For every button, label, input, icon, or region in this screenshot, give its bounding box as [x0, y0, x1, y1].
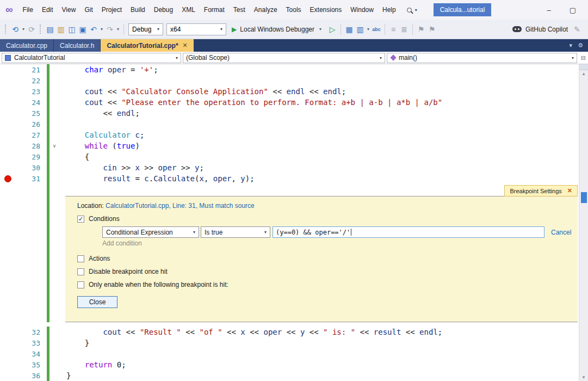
menu-analyze[interactable]: Analyze [250, 3, 282, 16]
window-icon[interactable]: ▦ [344, 23, 355, 36]
breakpoint-gutter[interactable] [0, 75, 15, 86]
code-text[interactable]: << endl; [59, 109, 140, 118]
navigate-back-icon[interactable]: ⟲ [10, 23, 21, 36]
actions-checkbox[interactable] [77, 255, 84, 262]
menu-extensions[interactable]: Extensions [306, 3, 346, 16]
breakpoint-dot[interactable] [4, 175, 11, 182]
edit-icon[interactable]: ✎ [572, 23, 583, 36]
breakpoint-gutter[interactable] [0, 86, 15, 97]
scrollbar-splitter-handle[interactable] [579, 64, 588, 70]
condition-expression-input[interactable]: (y==0) && oper=='/' [273, 226, 544, 238]
split-editor-icon[interactable]: ⊟ [580, 54, 587, 62]
code-text[interactable]: cout << "Result " << "of " << x << oper … [59, 328, 442, 336]
minimize-button[interactable]: – [537, 4, 561, 16]
bookmark-list-icon[interactable]: ⚑ [426, 23, 437, 36]
code-line-35[interactable]: 35 return 0; [0, 359, 579, 370]
breakpoint-gutter[interactable] [0, 119, 15, 130]
toolbar-grip[interactable] [5, 24, 7, 34]
breakpoint-gutter[interactable] [0, 64, 15, 75]
code-line-23[interactable]: 23 cout << "Calculator Console Applicati… [0, 86, 579, 97]
code-text[interactable]: while (true) [59, 142, 140, 150]
code-line-36[interactable]: 36} [0, 370, 579, 381]
spell-check-icon[interactable]: abc [371, 23, 382, 36]
code-editor[interactable]: 21 char oper = '+';2223 cout << "Calcula… [0, 64, 588, 381]
search-box[interactable]: ▾ [407, 8, 417, 13]
maximize-button[interactable]: ▢ [561, 4, 585, 16]
code-text[interactable]: cout << "Calculator Console Application"… [59, 87, 346, 96]
code-text[interactable]: cout << "Please enter the operation to p… [59, 98, 442, 107]
breakpoint-gutter[interactable] [0, 370, 15, 381]
breakpoint-gutter[interactable] [0, 130, 15, 140]
tab-calculator-cpp[interactable]: Calculator.cpp [0, 39, 53, 52]
undo-icon[interactable]: ↶ [88, 23, 99, 36]
code-line-34[interactable]: 34 [0, 348, 579, 359]
close-button[interactable]: Close [77, 296, 117, 308]
code-text[interactable]: return 0; [59, 360, 126, 369]
start-without-debugging-icon[interactable]: ▷ [327, 23, 338, 36]
bookmark-icon[interactable]: ⚑ [416, 23, 426, 36]
code-text[interactable]: } [59, 371, 71, 380]
code-text[interactable]: } [59, 339, 89, 347]
tabstrip-gear-icon[interactable]: ⚙ [578, 42, 583, 49]
tab-close-icon[interactable]: ✕ [183, 42, 188, 49]
fold-collapse-icon[interactable]: ∨ [49, 143, 59, 149]
save-icon[interactable]: ◫ [66, 23, 77, 36]
code-line-33[interactable]: 33 } [0, 337, 579, 348]
code-line-21[interactable]: 21 char oper = '+'; [0, 64, 579, 75]
menu-debug[interactable]: Debug [150, 3, 177, 16]
github-copilot-button[interactable]: GitHub Copilot [525, 26, 568, 33]
code-text[interactable]: char oper = '+'; [59, 65, 158, 74]
tab-calculatortutorial-cpp[interactable]: CalculatorTutorial.cpp*✕ [101, 39, 193, 52]
menu-edit[interactable]: Edit [38, 3, 58, 16]
scope-dropdown[interactable]: (Global Scope) ▾ [183, 53, 385, 63]
location-value[interactable]: CalculatorTutorial.cpp, Line: 31, Must m… [106, 202, 255, 210]
breakpoint-gutter[interactable] [0, 173, 15, 184]
tab-calculator-h[interactable]: Calculator.h [54, 39, 100, 52]
code-line-25[interactable]: 25 << endl; [0, 108, 579, 119]
toolbar-grip[interactable] [40, 24, 42, 34]
breakpoint-gutter[interactable] [0, 108, 15, 119]
code-text[interactable]: result = c.Calculate(x, oper, y); [59, 174, 255, 183]
member-dropdown[interactable]: main() ▾ [387, 53, 577, 63]
new-file-icon[interactable]: ▤ [45, 23, 55, 36]
code-line-22[interactable]: 22 [0, 75, 579, 86]
redo-dropdown-icon[interactable]: ▾ [115, 27, 121, 32]
menu-help[interactable]: Help [378, 3, 400, 16]
peek-close-icon[interactable]: ✕ [567, 187, 572, 194]
code-line-29[interactable]: 29 { [0, 151, 579, 162]
undo-dropdown-icon[interactable]: ▾ [99, 27, 104, 32]
layout-icon[interactable]: ▥ [355, 23, 366, 36]
menu-window[interactable]: Window [346, 3, 378, 16]
breakpoint-gutter[interactable] [0, 151, 15, 162]
scrollbar-thumb[interactable] [581, 192, 587, 203]
layout-dropdown-icon[interactable]: ▾ [366, 27, 371, 32]
redo-icon[interactable]: ↷ [104, 23, 115, 36]
code-line-24[interactable]: 24 cout << "Please enter the operation t… [0, 97, 579, 108]
scroll-up-icon[interactable]: ▴ [579, 70, 588, 77]
code-line-31[interactable]: 31 result = c.Calculate(x, oper, y); [0, 173, 579, 184]
menu-tools[interactable]: Tools [282, 3, 306, 16]
menu-view[interactable]: View [58, 3, 81, 16]
start-debugging-button[interactable]: ▶ Local Windows Debugger ▾ [228, 22, 327, 36]
add-condition-link[interactable]: Add condition [102, 239, 578, 247]
menu-xml[interactable]: XML [177, 3, 200, 16]
code-line-27[interactable]: 27 Calculator c; [0, 130, 579, 140]
code-line-26[interactable]: 26 [0, 119, 579, 130]
navigate-back-dropdown-icon[interactable]: ▾ [21, 27, 26, 32]
menu-project[interactable]: Project [97, 3, 126, 16]
menu-file[interactable]: File [18, 3, 38, 16]
code-line-32[interactable]: 32 cout << "Result " << "of " << x << op… [0, 327, 579, 337]
menu-test[interactable]: Test [229, 3, 250, 16]
solution-platform-dropdown[interactable]: x64▾ [166, 23, 226, 35]
breakpoint-gutter[interactable] [0, 337, 15, 348]
code-text[interactable]: { [59, 152, 89, 161]
breakpoint-gutter[interactable] [0, 162, 15, 173]
comment-lines-icon[interactable]: ≡ [388, 23, 399, 36]
cancel-link[interactable]: Cancel [551, 229, 571, 236]
search-icon[interactable] [407, 8, 412, 13]
save-all-icon[interactable]: ▣ [77, 23, 88, 36]
menu-build[interactable]: Build [126, 3, 150, 16]
menu-git[interactable]: Git [80, 3, 97, 16]
conditions-checkbox[interactable]: ✓ [77, 216, 84, 223]
breakpoint-gutter[interactable] [0, 327, 15, 337]
